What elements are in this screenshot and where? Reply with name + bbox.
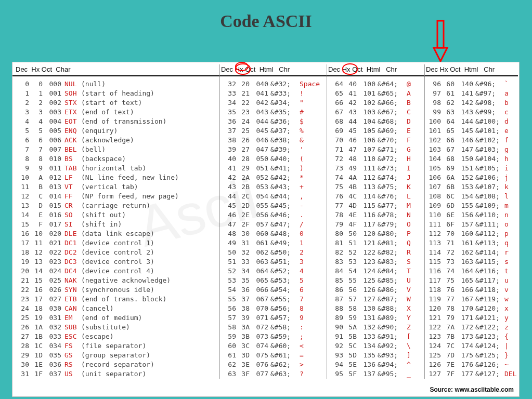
cell-dec: 71 [328, 145, 344, 154]
cell-html: &#72; [378, 154, 407, 164]
cell-chr: q [504, 238, 525, 248]
cell-hx: 10 [30, 229, 44, 238]
cell-dec: 98 [425, 98, 442, 108]
cell-hx: 7F [442, 369, 456, 379]
cell-chr: = [300, 351, 320, 360]
cell-hx: 6C [442, 192, 456, 201]
cell-hx: 1C [30, 341, 44, 351]
cell-chr: f [504, 136, 525, 145]
cell-hx: A [30, 173, 44, 182]
cell-hx: 59 [344, 313, 358, 323]
cell-html: &#92; [378, 341, 407, 351]
cell-html: &#79; [378, 220, 407, 229]
table-row: 422A052&#42;* [220, 173, 327, 182]
cell-dec: 67 [328, 108, 344, 117]
table-row: 88010BS(backspace) [16, 154, 219, 164]
table-row: 774D115&#77;M [328, 201, 424, 210]
table-row: 2317027ETB(end of trans. block) [16, 295, 219, 304]
cell-html: &#85; [378, 276, 407, 285]
cell-oct: 146 [456, 136, 475, 145]
cell-hx: 63 [442, 108, 456, 117]
cell-oct: 134 [358, 341, 378, 351]
cell-hx: 3A [237, 323, 251, 332]
cell-oct: 137 [358, 369, 378, 379]
cell-oct: 010 [44, 154, 63, 164]
table-row: 9963143&#99;c [425, 108, 518, 117]
cell-mnemonic: ESC [63, 332, 80, 341]
cell-oct: 064 [251, 267, 270, 276]
cell-dec: 87 [328, 295, 344, 304]
cell-dec: 5 [16, 126, 30, 136]
table-row: 7147107&#71;G [328, 145, 424, 154]
cell-hx: 4B [344, 182, 358, 192]
cell-hx: C [30, 192, 44, 201]
cell-hx: 68 [442, 154, 456, 164]
cell-chr: a [504, 89, 525, 98]
cell-hx: 47 [344, 145, 358, 154]
table-row: 11472162&#114;r [425, 248, 518, 257]
cell-hx: 50 [344, 229, 358, 238]
cell-oct: 172 [456, 323, 475, 332]
cell-mnemonic: SOH [63, 89, 80, 98]
cell-oct: 154 [456, 192, 475, 201]
cell-hx: 0 [30, 79, 44, 89]
cell-hx: 6F [442, 220, 456, 229]
table-row: 6743103&#67;C [328, 108, 424, 117]
table-row: 44004EOT(end of transmission) [16, 117, 219, 126]
cell-hx: 23 [237, 108, 251, 117]
cell-dec: 10 [16, 173, 30, 182]
table-row: 4129051&#41;) [220, 164, 327, 173]
cell-oct: 124 [358, 267, 378, 276]
table-row: 8656126&#86;V [328, 285, 424, 295]
cell-chr: m [504, 201, 525, 210]
cell-dec: 6 [16, 136, 30, 145]
cell-html: &#127; [475, 369, 504, 379]
table-row: 1227A172&#122;z [425, 323, 518, 332]
cell-hx: 38 [237, 304, 251, 313]
cell-chr: j [504, 173, 525, 182]
cell-oct: 110 [358, 154, 378, 164]
cell-chr: ~ [504, 360, 525, 369]
cell-html: &#105; [475, 164, 504, 173]
table-row: 10468150&#104;h [425, 154, 518, 164]
cell-dec: 42 [220, 173, 237, 182]
cell-hx: 52 [344, 248, 358, 257]
table-row: 1066A152&#106;j [425, 173, 518, 182]
cell-desc: (bell) [80, 145, 211, 154]
cell-html: &#121; [475, 313, 504, 323]
cell-html: &#67; [378, 108, 407, 117]
cell-html: &#56; [270, 304, 300, 313]
cell-hx: 25 [237, 126, 251, 136]
cell-oct: 131 [358, 313, 378, 323]
cell-dec: 111 [425, 220, 442, 229]
cell-dec: 99 [425, 108, 442, 117]
cell-html: &#86; [378, 285, 407, 295]
cell-dec: 77 [328, 201, 344, 210]
cell-dec: 112 [425, 229, 442, 238]
cell-mnemonic: SUB [63, 323, 80, 332]
cell-oct: 027 [44, 295, 63, 304]
cell-hx: 5A [344, 323, 358, 332]
column-header: Dec Hx Oct Char [12, 64, 219, 76]
table-row: 5537067&#55;7 [220, 295, 327, 304]
cell-oct: 076 [251, 360, 270, 369]
cell-html: &#51; [270, 257, 300, 267]
cell-chr: ' [300, 145, 320, 154]
cell-oct: 142 [456, 98, 475, 108]
cell-oct: 156 [456, 210, 475, 220]
table-row: 3321041&#33;! [220, 89, 327, 98]
cell-dec: 40 [220, 154, 237, 164]
cell-chr: 2 [300, 248, 320, 257]
table-row: 3220040&#32;Space [220, 79, 327, 89]
table-row: 4931061&#49;1 [220, 238, 327, 248]
cell-oct: 053 [251, 182, 270, 192]
cell-mnemonic: BS [63, 154, 80, 164]
cell-hx: 7 [30, 145, 44, 154]
table-row: 11270160&#112;p [425, 229, 518, 238]
cell-dec: 107 [425, 182, 442, 192]
cell-oct: 026 [44, 285, 63, 295]
cell-hx: 14 [30, 267, 44, 276]
cell-oct: 132 [358, 323, 378, 332]
cell-html: &#124; [475, 341, 504, 351]
cell-hx: 21 [237, 89, 251, 98]
